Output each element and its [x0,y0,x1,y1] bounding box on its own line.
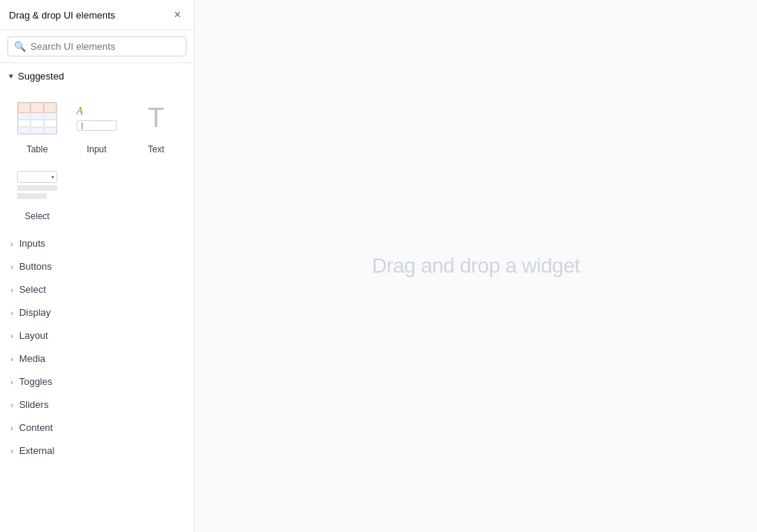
category-toggles[interactable]: › Toggles [0,370,194,393]
canvas-placeholder-text: Drag and drop a widget [371,254,579,278]
search-container: 🔍 [7,36,186,56]
category-inputs-label: Inputs [19,238,45,249]
category-buttons-label: Buttons [19,261,52,272]
category-display[interactable]: › Display [0,301,194,324]
buttons-chevron-icon: › [10,262,13,271]
widget-table[interactable]: Table [7,91,67,158]
toggles-chevron-icon: › [10,377,13,386]
sidebar-header: Drag & drop UI elements × [0,0,194,30]
sidebar-title: Drag & drop UI elements [9,10,115,21]
sidebar: Drag & drop UI elements × 🔍 ▾ Suggested [0,0,195,532]
category-toggles-label: Toggles [19,376,53,387]
widget-grid: Table A Input [0,86,194,232]
suggested-section-header[interactable]: ▾ Suggested [0,63,194,86]
category-media[interactable]: › Media [0,347,194,370]
category-select[interactable]: › Select [0,278,194,301]
select-dropdown-icon: ▾ [51,174,54,181]
search-icon: 🔍 [14,41,26,52]
input-preview: A [77,95,117,141]
widget-table-label: Table [27,144,48,155]
display-chevron-icon: › [10,308,13,317]
table-preview [17,95,57,141]
sidebar-body: ▾ Suggested [0,63,194,532]
category-select-label: Select [19,284,46,295]
sliders-chevron-icon: › [10,400,13,409]
category-layout[interactable]: › Layout [0,324,194,347]
search-input[interactable] [30,41,180,52]
external-chevron-icon: › [10,447,13,455]
category-external-label: External [19,445,55,456]
inputs-chevron-icon: › [10,239,13,248]
widget-select-label: Select [25,211,49,221]
select-chevron-icon: › [10,285,13,294]
search-wrap: 🔍 [0,30,194,63]
widget-select[interactable]: ▾ Select [7,158,67,224]
content-chevron-icon: › [10,424,13,432]
category-inputs[interactable]: › Inputs [0,232,194,255]
widget-input-label: Input [87,144,107,155]
input-a-icon: A [77,106,83,117]
layout-chevron-icon: › [10,331,13,340]
category-buttons[interactable]: › Buttons [0,255,194,278]
category-external[interactable]: › External [0,439,194,462]
widget-input[interactable]: A Input [67,91,126,158]
widget-text-label: Text [148,144,164,155]
suggested-label: Suggested [18,71,64,82]
suggested-chevron-icon: ▾ [9,71,13,81]
category-sliders[interactable]: › Sliders [0,393,194,416]
text-preview: T [148,95,164,141]
close-button[interactable]: × [170,7,185,22]
text-t-icon: T [148,105,164,132]
table-icon [17,102,57,134]
category-content[interactable]: › Content [0,416,194,439]
category-layout-label: Layout [19,330,48,341]
main-canvas[interactable]: Drag and drop a widget [195,0,757,532]
media-chevron-icon: › [10,354,13,363]
category-content-label: Content [19,422,53,433]
category-media-label: Media [19,353,45,364]
category-sliders-label: Sliders [19,399,49,410]
widget-text[interactable]: T Text [126,91,186,158]
category-display-label: Display [19,307,51,318]
select-preview: ▾ [17,162,57,208]
